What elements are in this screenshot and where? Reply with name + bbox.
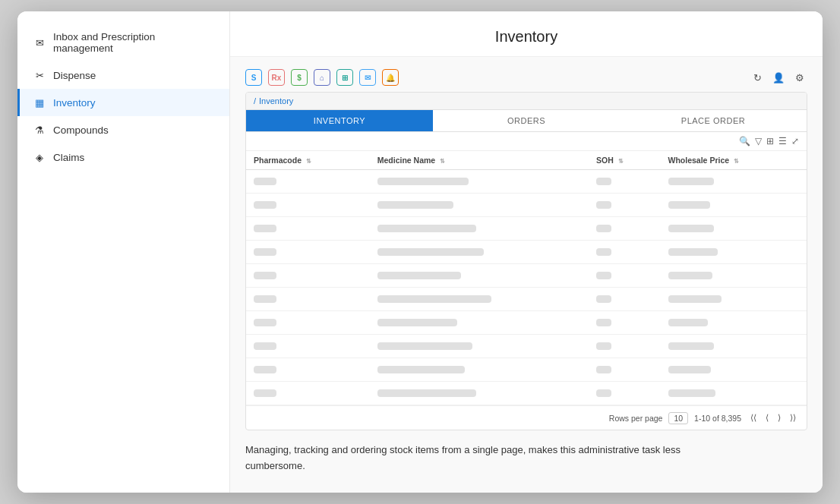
list-icon[interactable]: ☰	[778, 136, 787, 146]
rows-per-page-value[interactable]: 10	[668, 412, 688, 424]
sort-icon-wholesale-price: ⇅	[734, 158, 739, 165]
table-row	[246, 358, 807, 382]
compounds-icon: ⚗	[33, 124, 46, 136]
col-header-medicine-name[interactable]: Medicine Name ⇅	[370, 151, 589, 170]
next-page-button[interactable]: ⟩	[775, 411, 784, 424]
cell-row8-col2	[589, 358, 660, 382]
rx-icon[interactable]: Rx	[268, 69, 285, 86]
page-navigation: ⟨⟨ ⟨ ⟩ ⟩⟩	[747, 411, 799, 424]
cell-row1-col2	[589, 194, 660, 217]
cell-row1-col3	[661, 194, 807, 217]
cell-row8-col0	[246, 358, 370, 382]
cell-row9-col1	[370, 382, 589, 405]
search-icon[interactable]: 🔍	[739, 136, 750, 146]
settings-icon[interactable]: ⚙	[792, 70, 807, 85]
sidebar-label-claims: Claims	[53, 152, 84, 163]
cell-row0-col3	[661, 170, 807, 194]
content-area: SRx$⌂⊞✉🔔 ↻👤⚙ / Inventory INVENTORYORDERS…	[230, 57, 823, 493]
prev-page-button[interactable]: ⟨	[763, 411, 772, 424]
cell-row2-col3	[661, 217, 807, 241]
sidebar: ✉ Inbox and Prescription management ✂ Di…	[17, 11, 230, 493]
cell-row9-col2	[589, 382, 660, 405]
cell-row9-col3	[661, 382, 807, 405]
breadcrumb: / Inventory	[246, 93, 807, 110]
cell-row3-col0	[246, 241, 370, 264]
col-header-pharmacode[interactable]: Pharmacode ⇅	[246, 151, 370, 170]
sidebar-item-claims[interactable]: ◈ Claims	[17, 143, 229, 171]
cell-row3-col1	[370, 241, 589, 264]
table-row	[246, 264, 807, 288]
sidebar-label-inventory: Inventory	[53, 97, 96, 109]
bell-icon[interactable]: 🔔	[382, 69, 399, 86]
cell-row0-col1	[370, 170, 589, 194]
cell-row5-col2	[589, 288, 660, 311]
sidebar-item-compounds[interactable]: ⚗ Compounds	[17, 116, 229, 143]
sidebar-label-dispense: Dispense	[53, 70, 96, 81]
cell-row7-col3	[661, 335, 807, 358]
home-icon[interactable]: ⌂	[314, 69, 330, 86]
rows-per-page-label: Rows per page	[609, 414, 663, 423]
cell-row5-col1	[370, 288, 589, 311]
table-row	[246, 335, 807, 358]
cell-row4-col1	[370, 264, 589, 288]
page-range: 1-10 of 8,395	[694, 414, 741, 423]
inventory-table: Pharmacode ⇅Medicine Name ⇅SOH ⇅Wholesal…	[246, 151, 807, 405]
book-icon[interactable]: ⊞	[336, 69, 353, 86]
cell-row6-col1	[370, 311, 589, 335]
cell-row5-col3	[661, 288, 807, 311]
app-icon-bar: SRx$⌂⊞✉🔔	[245, 69, 399, 86]
cell-row7-col0	[246, 335, 370, 358]
cell-row4-col2	[589, 264, 660, 288]
toolbar-right: ↻👤⚙	[750, 70, 807, 85]
col-header-wholesale-price[interactable]: Wholesale Price ⇅	[661, 151, 807, 170]
breadcrumb-slash: /	[254, 96, 256, 106]
page-title: Inventory	[230, 11, 823, 57]
pagination: Rows per page 10 1-10 of 8,395 ⟨⟨ ⟨ ⟩ ⟩⟩	[246, 405, 807, 430]
columns-icon[interactable]: ⊞	[766, 136, 774, 146]
dollar-icon[interactable]: $	[291, 69, 308, 86]
main-content: Inventory SRx$⌂⊞✉🔔 ↻👤⚙ / Inventory INVEN…	[230, 11, 823, 493]
table-toolbar: 🔍 ▽ ⊞ ☰ ⤢	[246, 132, 807, 151]
cell-row1-col0	[246, 194, 370, 217]
sort-icon-pharmacode: ⇅	[306, 158, 311, 165]
user-icon[interactable]: 👤	[771, 70, 786, 85]
expand-icon[interactable]: ⤢	[791, 136, 799, 146]
sidebar-label-compounds: Compounds	[53, 124, 109, 136]
cell-row4-col0	[246, 264, 370, 288]
cell-row6-col0	[246, 311, 370, 335]
table-row	[246, 170, 807, 194]
sidebar-label-inbox: Inbox and Prescription management	[53, 31, 216, 54]
dispense-icon: ✂	[33, 69, 46, 81]
cell-row8-col3	[661, 358, 807, 382]
cell-row7-col1	[370, 335, 589, 358]
sidebar-item-inbox[interactable]: ✉ Inbox and Prescription management	[17, 24, 229, 61]
last-page-button[interactable]: ⟩⟩	[787, 411, 799, 424]
first-page-button[interactable]: ⟨⟨	[747, 411, 759, 424]
sidebar-item-dispense[interactable]: ✂ Dispense	[17, 61, 229, 89]
inventory-icon: ▦	[33, 96, 46, 109]
tab-inventory[interactable]: INVENTORY	[246, 110, 433, 131]
s-icon[interactable]: S	[245, 69, 262, 86]
cell-row6-col2	[589, 311, 660, 335]
tab-orders[interactable]: ORDERS	[433, 110, 620, 131]
inventory-panel: / Inventory INVENTORYORDERSPLACE ORDER 🔍…	[245, 92, 807, 430]
table-row	[246, 217, 807, 241]
tab-place-order[interactable]: PLACE ORDER	[620, 110, 807, 131]
sort-icon-medicine-name: ⇅	[440, 158, 445, 165]
claims-icon: ◈	[33, 151, 46, 163]
breadcrumb-link[interactable]: Inventory	[259, 96, 293, 106]
tabs-row: INVENTORYORDERSPLACE ORDER	[246, 110, 807, 132]
cell-row0-col2	[589, 170, 660, 194]
col-header-soh[interactable]: SOH ⇅	[589, 151, 660, 170]
table-row	[246, 311, 807, 335]
refresh-icon[interactable]: ↻	[750, 70, 765, 85]
filter-icon[interactable]: ▽	[755, 136, 762, 146]
table-wrapper: Pharmacode ⇅Medicine Name ⇅SOH ⇅Wholesal…	[246, 151, 807, 405]
cell-row5-col0	[246, 288, 370, 311]
sidebar-item-inventory[interactable]: ▦ Inventory	[17, 89, 229, 116]
cell-row8-col1	[370, 358, 589, 382]
cell-row2-col0	[246, 217, 370, 241]
mail-icon[interactable]: ✉	[359, 69, 376, 86]
cell-row3-col2	[589, 241, 660, 264]
cell-row2-col1	[370, 217, 589, 241]
